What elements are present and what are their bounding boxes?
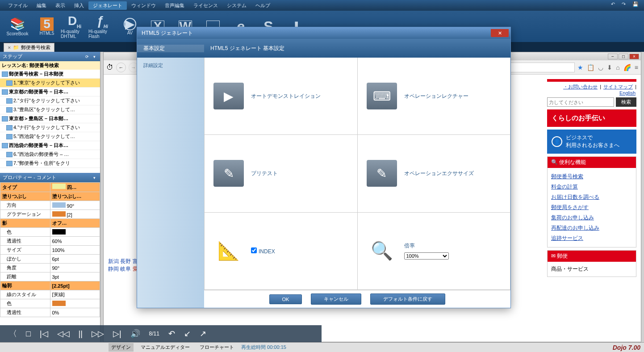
- tab-close-icon[interactable]: ✕: [8, 46, 11, 50]
- step-item[interactable]: 6."西池袋の郵便番号 – …: [0, 150, 100, 159]
- keyboard-icon: ⌨: [367, 83, 397, 109]
- view-flowchart[interactable]: フローチャート: [197, 343, 237, 352]
- step-item[interactable]: 4."ナ行"をクリックして下さい: [0, 123, 100, 132]
- stop-icon[interactable]: □: [26, 329, 31, 339]
- prop-value[interactable]: 四…: [50, 183, 100, 192]
- volume-icon[interactable]: 🔊: [130, 329, 140, 339]
- menu-audio[interactable]: 音声編集: [160, 1, 189, 10]
- refresh-icon[interactable]: ⟳: [84, 54, 90, 60]
- prop-value[interactable]: 0%: [50, 308, 100, 317]
- dialog-tab-basic[interactable]: 基本設定: [137, 45, 204, 52]
- star-icon[interactable]: ★: [577, 64, 583, 71]
- save-icon[interactable]: 💾: [632, 1, 640, 9]
- reset-defaults-button[interactable]: デフォルト条件に戻す: [370, 293, 445, 305]
- pause-icon[interactable]: ||: [79, 329, 83, 339]
- step-item[interactable]: 7."郵便番号・住所"をクリ: [0, 159, 100, 168]
- tool-flash[interactable]: ƒHiHi-quality Flash: [88, 13, 116, 40]
- step-item[interactable]: 東京都＞豊島区 – 日本郵…: [0, 114, 100, 123]
- useful-link[interactable]: 再配達のお申し込み: [551, 223, 632, 233]
- menu-edit[interactable]: 編集: [32, 1, 51, 10]
- skip-forward-icon[interactable]: ▷|: [113, 329, 121, 339]
- dialog-close-button[interactable]: ✕: [491, 29, 509, 37]
- tool-html5[interactable]: 5HTML5: [33, 13, 61, 40]
- option-operation-exercise[interactable]: ✎ オペレーションエクササイズ: [358, 135, 511, 212]
- chevron-down-icon[interactable]: ▾: [91, 175, 97, 181]
- prop-value[interactable]: [2]: [50, 210, 100, 219]
- useful-link[interactable]: 料金の計算: [551, 182, 632, 192]
- ok-button[interactable]: OK: [269, 294, 302, 304]
- option-operation-lecture[interactable]: ⌨ オペレーションレクチャー: [358, 58, 511, 135]
- menu-insert[interactable]: 挿入: [70, 1, 88, 10]
- option-pretest[interactable]: ✎ プリテスト: [205, 135, 358, 212]
- prop-value[interactable]: 100%: [50, 246, 100, 255]
- home-icon[interactable]: ⌂: [616, 64, 619, 71]
- minimize-icon[interactable]: −: [608, 54, 618, 59]
- menu-file[interactable]: ファイル: [4, 1, 32, 10]
- tool-dhtml[interactable]: DHiHi-quality DHTML: [61, 13, 88, 40]
- shrink-icon[interactable]: ↙: [184, 329, 191, 339]
- prop-value[interactable]: オフ…: [50, 219, 100, 228]
- document-tab[interactable]: ✕ 📁 郵便番号検索: [4, 43, 54, 52]
- view-design[interactable]: デザイン: [109, 343, 134, 352]
- redo-icon[interactable]: ↷: [622, 1, 630, 9]
- option-index[interactable]: 📐 INDEX: [205, 213, 358, 290]
- tool-scorebook[interactable]: 📚ScoreBook: [2, 13, 33, 40]
- prev-chapter-icon[interactable]: 〈: [9, 328, 17, 339]
- search-button[interactable]: 検索: [616, 97, 636, 107]
- menu-window[interactable]: ウィンドウ: [127, 1, 160, 10]
- step-item[interactable]: 2."タ行"をクリックして下さい: [0, 96, 100, 105]
- prop-value[interactable]: 塗りつぶし…: [50, 192, 100, 201]
- menu-license[interactable]: ライセンス: [189, 1, 222, 10]
- clipboard-icon[interactable]: 📋: [587, 64, 594, 71]
- step-item[interactable]: 5."西池袋"をクリックして…: [0, 132, 100, 141]
- expand-icon[interactable]: ↗: [200, 329, 206, 339]
- zoom-select[interactable]: 100%: [404, 252, 449, 260]
- prop-value[interactable]: [50, 299, 100, 308]
- prop-value[interactable]: 3pt: [50, 272, 100, 281]
- step-item[interactable]: 西池袋の郵便番号 – 日本…: [0, 141, 100, 150]
- prop-value[interactable]: [50, 228, 100, 237]
- step-item[interactable]: 1."東京"をクリックして下さい: [0, 79, 100, 88]
- index-checkbox[interactable]: [251, 247, 257, 253]
- undo-icon[interactable]: ↶: [611, 1, 619, 9]
- useful-link[interactable]: 追跡サービス: [551, 233, 632, 243]
- close-icon[interactable]: ×: [629, 54, 639, 59]
- prop-value[interactable]: 6pt: [50, 255, 100, 264]
- business-box[interactable]: 👤 ビジネスで利用されるお客さまへ: [547, 130, 636, 154]
- dialog-titlebar[interactable]: HTML5 ジェネレート ✕: [137, 27, 510, 39]
- rewind-icon[interactable]: ◁◁: [57, 329, 70, 339]
- menu-help[interactable]: ヘルプ: [251, 1, 275, 10]
- pocket-icon[interactable]: ◡: [598, 64, 603, 71]
- undo-playback-icon[interactable]: ↶: [168, 329, 175, 339]
- menu-icon[interactable]: ≡: [635, 64, 638, 71]
- useful-link[interactable]: 郵便局をさがす: [551, 202, 632, 213]
- download-icon[interactable]: ⬇: [607, 64, 612, 71]
- mail-service-link[interactable]: 商品・サービス: [551, 266, 589, 272]
- chevron-down-icon[interactable]: ▾: [91, 54, 97, 60]
- step-item[interactable]: 東京都の郵便番号 – 日本…: [0, 88, 100, 96]
- view-manual-editor[interactable]: マニュアルエディター: [138, 343, 192, 352]
- skip-back-icon[interactable]: |◁: [40, 329, 48, 339]
- prop-value[interactable]: [2.25pt]: [50, 281, 100, 290]
- search-input[interactable]: [547, 97, 614, 107]
- prop-value[interactable]: 90°: [50, 264, 100, 272]
- prop-value[interactable]: 90°: [50, 201, 100, 210]
- prop-value[interactable]: [実線]: [50, 290, 100, 299]
- menu-generate[interactable]: ジェネレート: [88, 1, 127, 10]
- back-button[interactable]: ←: [116, 63, 126, 72]
- useful-link[interactable]: 集荷のお申し込み: [551, 213, 632, 223]
- dialog-tab-advanced[interactable]: 詳細設定: [137, 58, 204, 73]
- forward-icon[interactable]: ▷▷: [92, 329, 104, 339]
- useful-link[interactable]: お届け日数を調べる: [551, 192, 632, 202]
- step-item[interactable]: 3."豊島区"をクリックして…: [0, 105, 100, 114]
- option-auto-demo[interactable]: ▶ オートデモンストレイション: [205, 58, 358, 135]
- prop-value[interactable]: 60%: [50, 237, 100, 246]
- step-item[interactable]: 郵便番号検索 – 日本郵便: [0, 70, 100, 79]
- rainbow-icon[interactable]: 🌈: [623, 64, 631, 71]
- menu-view[interactable]: 表示: [51, 1, 70, 10]
- dialog-sidebar: 詳細設定: [137, 58, 204, 308]
- cancel-button[interactable]: キャンセル: [311, 293, 361, 305]
- useful-link[interactable]: 郵便番号検索: [551, 172, 632, 182]
- menu-system[interactable]: システム: [222, 1, 251, 10]
- maximize-icon[interactable]: □: [619, 54, 628, 59]
